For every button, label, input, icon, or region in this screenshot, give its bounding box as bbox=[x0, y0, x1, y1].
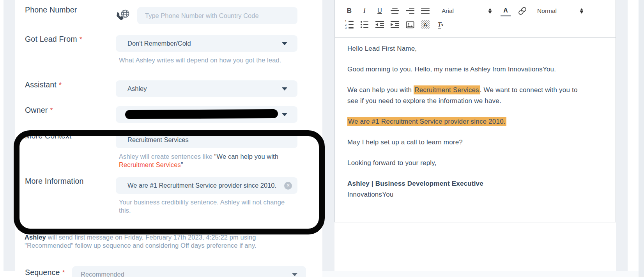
right-gutter bbox=[616, 0, 628, 271]
got-lead-from-label: Got Lead From* bbox=[25, 34, 82, 44]
text-color-button[interactable]: A bbox=[501, 5, 511, 16]
context-highlight-text: Recruitment Services bbox=[119, 161, 181, 168]
left-gutter bbox=[4, 0, 15, 271]
underline-button[interactable]: U bbox=[375, 6, 384, 16]
font-family-select[interactable]: Arial bbox=[442, 7, 492, 14]
schedule-note: Ashley will send first message on Friday… bbox=[25, 233, 297, 250]
italic-button[interactable]: I bbox=[360, 6, 369, 16]
owner-redaction-scribble bbox=[125, 109, 278, 119]
center-gutter bbox=[322, 0, 334, 271]
clear-formatting-button[interactable]: Tx bbox=[436, 20, 445, 30]
phone-globe-icon bbox=[114, 9, 131, 24]
more-context-value: Recruitment Services bbox=[116, 136, 297, 144]
chevron-down-icon bbox=[292, 273, 297, 276]
sequence-label: Sequence* bbox=[25, 268, 65, 277]
email-intro: Good morning to you. Hello, my name is A… bbox=[347, 64, 581, 75]
updown-arrows-icon bbox=[488, 8, 492, 14]
required-asterisk: * bbox=[50, 107, 53, 114]
more-context-label: More Context* bbox=[25, 131, 77, 141]
required-asterisk: * bbox=[62, 269, 65, 277]
chevron-down-icon bbox=[282, 113, 287, 116]
email-editor-body[interactable]: Hello Lead First Name, Good morning to y… bbox=[334, 38, 616, 222]
more-information-input[interactable]: We are #1 Recruitment Service provider s… bbox=[116, 177, 297, 194]
align-justify-button[interactable] bbox=[421, 6, 430, 16]
sequence-value: Recommended bbox=[72, 271, 292, 277]
phone-number-label: Phone Number bbox=[25, 5, 77, 14]
chevron-down-icon bbox=[282, 42, 287, 45]
bullet-list-button[interactable] bbox=[360, 20, 369, 30]
page-scrollbar[interactable] bbox=[639, 0, 644, 277]
link-button[interactable] bbox=[518, 6, 527, 16]
phone-number-input[interactable] bbox=[137, 7, 297, 24]
app-window: Phone Number Got Lead From* Don't Rememb… bbox=[0, 0, 644, 277]
email-help-paragraph: We can help you with Recruitment Service… bbox=[347, 85, 581, 107]
got-lead-from-helper: What Ashley writes will depend on how yo… bbox=[119, 56, 290, 64]
email-cta: May I help set up a call to learn more? bbox=[347, 137, 581, 148]
align-center-button[interactable] bbox=[391, 6, 399, 16]
more-information-value: We are #1 Recruitment Service provider s… bbox=[116, 182, 284, 189]
more-context-input[interactable]: Recruitment Services bbox=[116, 131, 297, 148]
bold-button[interactable]: B bbox=[345, 6, 354, 16]
more-information-label: More Information bbox=[25, 176, 84, 186]
sequence-select[interactable]: Recommended bbox=[72, 266, 306, 277]
required-asterisk: * bbox=[59, 81, 62, 89]
email-credibility-paragraph: We are #1 Recruitment Service provider s… bbox=[347, 116, 581, 127]
assistant-label: Assistant* bbox=[25, 80, 62, 90]
format-select[interactable]: Normal bbox=[537, 7, 583, 14]
assistant-select[interactable]: Ashley bbox=[116, 80, 297, 97]
align-right-button[interactable] bbox=[406, 6, 414, 16]
highlight-color-button[interactable]: A bbox=[421, 20, 430, 30]
font-family-value: Arial bbox=[442, 7, 454, 14]
required-asterisk: * bbox=[74, 132, 76, 140]
editor-toolbar: B I U Arial A Normal 1 2 bbox=[334, 0, 616, 38]
email-signature: Ashley | Business Development ExecutiveI… bbox=[347, 178, 581, 200]
more-information-helper: Your business credibility sentence. Ashl… bbox=[119, 198, 294, 215]
indent-button[interactable] bbox=[391, 20, 399, 30]
got-lead-from-value: Don't Remember/Cold bbox=[116, 40, 282, 47]
ordered-list-button[interactable]: 1 2 3 bbox=[345, 20, 354, 30]
outdent-button[interactable] bbox=[375, 20, 384, 30]
email-greeting: Hello Lead First Name, bbox=[347, 43, 581, 54]
highlighted-text: We are #1 Recruitment Service provider s… bbox=[347, 117, 506, 126]
more-context-helper: Ashley will create sentences like "We ca… bbox=[119, 153, 292, 169]
bottom-strip bbox=[322, 271, 639, 277]
format-value: Normal bbox=[537, 7, 557, 14]
insert-image-button[interactable] bbox=[406, 20, 414, 30]
got-lead-from-select[interactable]: Don't Remember/Cold bbox=[116, 35, 297, 52]
updown-arrows-icon bbox=[580, 8, 583, 14]
clear-input-icon[interactable]: ✕ bbox=[284, 182, 292, 190]
required-asterisk: * bbox=[80, 36, 82, 43]
chevron-down-icon bbox=[282, 87, 287, 91]
highlighted-text: Recruitment Services bbox=[414, 85, 480, 94]
assistant-value: Ashley bbox=[116, 85, 282, 92]
owner-label: Owner* bbox=[25, 105, 53, 115]
email-closing: Looking forward to your reply, bbox=[347, 158, 581, 169]
